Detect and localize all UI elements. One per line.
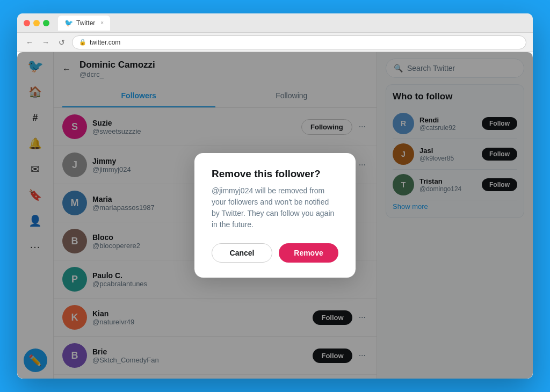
modal-body: @jimmyj024 will be removed from your fol…	[212, 185, 338, 230]
tab-area: 🐦 Twitter ×	[58, 16, 526, 31]
maximize-button[interactable]	[43, 20, 49, 26]
browser-toolbar: ← → ↺ 🔒 twitter.com	[17, 33, 533, 52]
twitter-tab-icon: 🐦	[64, 19, 73, 27]
forward-button[interactable]: →	[40, 37, 52, 48]
tab-title: Twitter	[76, 19, 95, 27]
tab-close-button[interactable]: ×	[100, 20, 104, 26]
modal-overlay[interactable]: Remove this follower? @jimmyj024 will be…	[17, 52, 533, 379]
address-bar[interactable]: 🔒 twitter.com	[72, 35, 526, 49]
back-button[interactable]: ←	[24, 37, 35, 48]
modal-title: Remove this follower?	[212, 168, 338, 180]
traffic-lights	[24, 20, 49, 26]
browser-content: 🐦 🏠 # 🔔 ✉ 🔖 👤 ··· ✏️	[17, 52, 533, 379]
lock-icon: 🔒	[79, 39, 86, 46]
url-text: twitter.com	[90, 39, 120, 46]
remove-follower-modal: Remove this follower? @jimmyj024 will be…	[194, 153, 356, 278]
close-button[interactable]	[24, 20, 30, 26]
refresh-button[interactable]: ↺	[56, 37, 68, 48]
minimize-button[interactable]	[33, 20, 40, 26]
titlebar: 🐦 Twitter ×	[17, 13, 533, 33]
remove-button[interactable]: Remove	[279, 243, 338, 263]
cancel-button[interactable]: Cancel	[212, 243, 272, 263]
modal-actions: Cancel Remove	[212, 243, 338, 263]
browser-tab[interactable]: 🐦 Twitter ×	[58, 16, 110, 31]
